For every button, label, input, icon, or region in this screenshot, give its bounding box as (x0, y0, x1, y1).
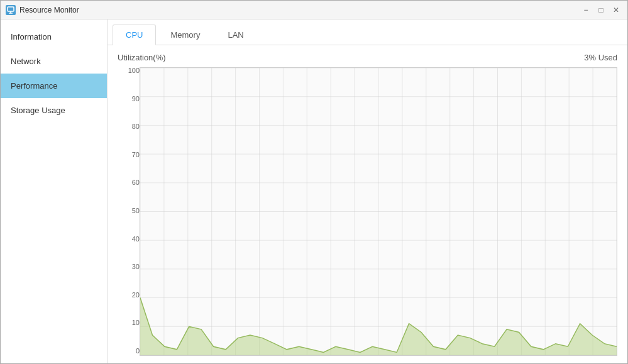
y-axis-label: 50 (118, 207, 140, 214)
y-axis-label: 20 (118, 292, 140, 299)
title-bar: Resource Monitor − □ ✕ (1, 1, 627, 19)
sidebar: Information Network Performance Storage … (1, 19, 107, 363)
y-axis-label: 70 (118, 152, 140, 158)
tab-memory[interactable]: Memory (157, 25, 213, 45)
chart-svg (140, 68, 617, 355)
tab-bar: CPU Memory LAN (107, 19, 627, 45)
y-axis-label: 60 (118, 179, 140, 186)
y-axis-label: 40 (118, 236, 140, 243)
chart-y-label: Utilization(%) (118, 53, 166, 62)
y-axis-label: 0 (118, 348, 140, 355)
y-axis-label: 10 (118, 319, 140, 326)
close-button[interactable]: ✕ (610, 4, 622, 16)
app-window: Resource Monitor − □ ✕ Information Netwo… (0, 0, 628, 364)
minimize-button[interactable]: − (580, 4, 592, 16)
chart-plot-area (140, 67, 617, 356)
tab-cpu[interactable]: CPU (113, 25, 156, 45)
y-axis-label: 90 (118, 96, 140, 102)
sidebar-item-network[interactable]: Network (1, 49, 107, 74)
chart-wrapper: 1009080706050403020100 (118, 67, 617, 356)
sidebar-item-information[interactable]: Information (1, 25, 107, 49)
svg-rect-0 (8, 7, 14, 11)
maximize-button[interactable]: □ (595, 4, 607, 16)
sidebar-item-performance[interactable]: Performance (1, 74, 107, 98)
window-title: Resource Monitor (19, 6, 580, 14)
window-controls: − □ ✕ (580, 4, 622, 16)
y-axis-label: 30 (118, 263, 140, 270)
chart-container: Utilization(%) 3% Used 10090807060504030… (107, 45, 627, 363)
app-icon (6, 5, 16, 15)
y-axis-label: 100 (118, 67, 140, 74)
tab-lan[interactable]: LAN (214, 25, 256, 45)
chart-usage-value: 3% Used (584, 53, 617, 62)
y-axis-label: 80 (118, 123, 140, 130)
y-axis: 1009080706050403020100 (118, 67, 140, 356)
content-area: CPU Memory LAN Utilization(%) 3% Used (107, 19, 627, 363)
chart-header: Utilization(%) 3% Used (118, 53, 617, 62)
sidebar-item-storage[interactable]: Storage Usage (1, 98, 107, 123)
main-content: Information Network Performance Storage … (1, 19, 627, 363)
